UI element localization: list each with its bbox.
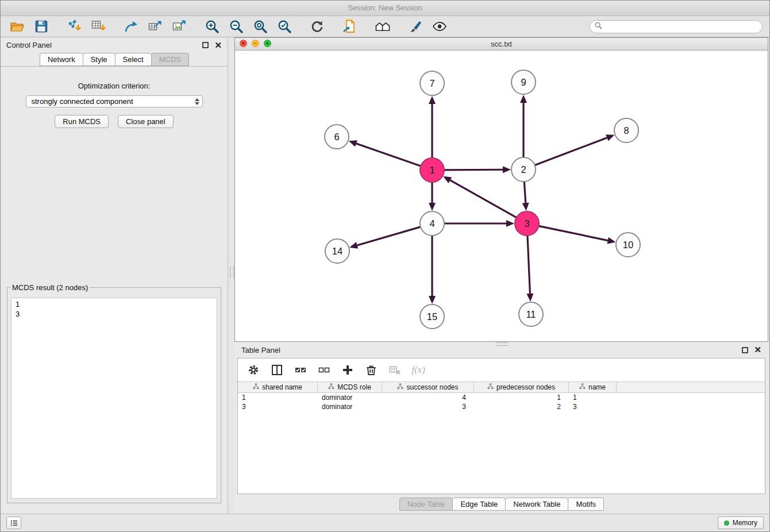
graph-node-8[interactable]: 8 [614,118,638,142]
search-box[interactable] [590,20,763,33]
zoom-window-icon[interactable]: + [264,40,271,47]
home-icon[interactable] [373,18,392,35]
mcds-result-list[interactable]: 13 [11,298,217,499]
table-cell-mcds-role[interactable]: dominator [318,403,382,411]
delete-row-icon[interactable] [364,363,379,377]
float-table-panel-icon[interactable] [742,347,748,353]
table-cell-successor-nodes[interactable]: 4 [382,394,474,402]
add-row-icon[interactable] [340,363,355,377]
column-label: predecessor nodes [496,383,555,391]
graph-edge-3-1[interactable] [450,180,516,218]
graph-node-1[interactable]: 1 [420,158,444,182]
table-cell-mcds-role[interactable]: dominator [318,394,382,402]
import-network-icon[interactable] [64,18,84,35]
export-network-icon[interactable] [121,18,141,35]
export-table-icon[interactable] [145,18,165,35]
criterion-dropdown[interactable]: strongly connected component [26,95,203,107]
graph-node-15[interactable]: 15 [420,304,444,329]
graph-edge-4-14[interactable] [357,227,421,245]
vertical-splitter[interactable] [229,37,234,514]
control-panel-tabs: NetworkStyleSelectMCDS [1,53,228,67]
close-panel-icon[interactable]: ✕ [214,41,222,49]
close-mcds-panel-button[interactable]: Close panel [118,115,174,128]
column-type-icon [579,383,586,391]
graph-node-14[interactable]: 14 [325,239,349,263]
graph-node-2[interactable]: 2 [511,157,536,182]
task-history-button[interactable] [6,516,21,529]
status-bar: Memory [1,514,769,531]
select-all-icon[interactable] [293,363,308,377]
graph-node-9[interactable]: 9 [511,70,536,94]
settings-gear-icon[interactable] [246,363,261,377]
float-panel-icon[interactable] [202,42,209,48]
graph-edge-3-11[interactable] [528,236,530,294]
table-tab-node-table[interactable]: Node Table [399,498,453,511]
network-canvas[interactable]: 7968124314101511 [235,50,768,341]
table-row[interactable]: 3dominator323 [238,402,765,411]
graph-node-3[interactable]: 3 [515,211,539,236]
tab-network[interactable]: Network [40,53,83,66]
column-header-mcds-role[interactable]: MCDS role [318,382,382,392]
toolbar-icon-group [7,18,449,35]
table-panel: Table Panel ✕ f(x) shared nameMCDS roles… [234,343,768,514]
graph-node-11[interactable]: 11 [519,302,543,326]
minimize-window-icon[interactable]: − [252,40,259,47]
close-table-panel-icon[interactable]: ✕ [754,346,761,354]
save-session-icon[interactable] [32,18,51,35]
graph-node-10[interactable]: 10 [616,233,640,257]
graph-edge-3-10[interactable] [539,226,608,240]
table-cell-successor-nodes[interactable]: 3 [382,403,474,411]
graph-edge-1-2[interactable] [444,169,503,170]
eye-icon[interactable] [430,18,449,35]
graph-edge-2-3[interactable] [524,182,525,203]
close-window-icon[interactable]: × [240,40,247,47]
memory-button[interactable]: Memory [718,516,764,529]
table-tab-edge-table[interactable]: Edge Table [452,498,506,511]
import-file-icon[interactable] [340,18,360,35]
splitter-grip[interactable] [230,266,234,279]
column-header-name[interactable]: name [569,382,617,392]
import-table-icon[interactable] [88,18,108,35]
tab-style[interactable]: Style [83,53,116,66]
graph-edge-2-8[interactable] [535,138,607,165]
column-label: successor nodes [406,383,458,391]
style-brush-icon[interactable] [406,18,425,35]
deselect-all-icon[interactable] [317,363,332,377]
table-cell-name[interactable]: 1 [569,394,617,402]
graph-edge-1-6[interactable] [356,144,421,166]
table-cell-shared-name[interactable]: 1 [238,394,318,402]
table-row[interactable]: 1dominator411 [238,393,765,402]
table-cell-name[interactable]: 3 [569,403,617,411]
graph-node-4[interactable]: 4 [420,211,444,236]
open-session-icon[interactable] [7,18,27,35]
run-mcds-button[interactable]: Run MCDS [55,115,109,128]
mcds-result-line: 3 [16,309,213,319]
table-tab-motifs[interactable]: Motifs [568,498,604,511]
table-tab-network-table[interactable]: Network Table [505,498,568,511]
refresh-icon[interactable] [307,18,327,35]
zoom-out-icon[interactable] [226,18,246,35]
tab-mcds[interactable]: MCDS [151,53,189,66]
column-header-successor-nodes[interactable]: successor nodes [382,382,474,392]
table-cell-predecessor-nodes[interactable]: 1 [474,394,569,402]
table-cell-predecessor-nodes[interactable]: 2 [474,403,569,411]
table-body: 1dominator4113dominator323 [238,393,765,411]
zoom-in-icon[interactable] [202,18,222,35]
table-cell-shared-name[interactable]: 3 [238,403,318,411]
column-header-shared-name[interactable]: shared name [238,382,318,392]
window-titlebar[interactable]: Session: New Session [1,1,769,16]
column-header-predecessor-nodes[interactable]: predecessor nodes [474,382,569,392]
network-window-titlebar[interactable]: × − + scc.txt [235,38,768,51]
horizontal-splitter-grip[interactable] [496,342,509,346]
control-panel-header: Control Panel ✕ [1,37,228,53]
zoom-selected-icon[interactable] [275,18,294,35]
export-image-icon[interactable] [170,18,189,35]
tab-select[interactable]: Select [115,53,152,66]
columns-icon[interactable] [270,363,284,377]
table-panel-title: Table Panel [241,346,280,354]
graph-node-7[interactable]: 7 [420,71,444,95]
graph-node-6[interactable]: 6 [325,125,349,149]
search-input[interactable] [606,22,757,32]
zoom-fit-icon[interactable] [251,18,270,35]
svg-text:6: 6 [334,132,339,142]
